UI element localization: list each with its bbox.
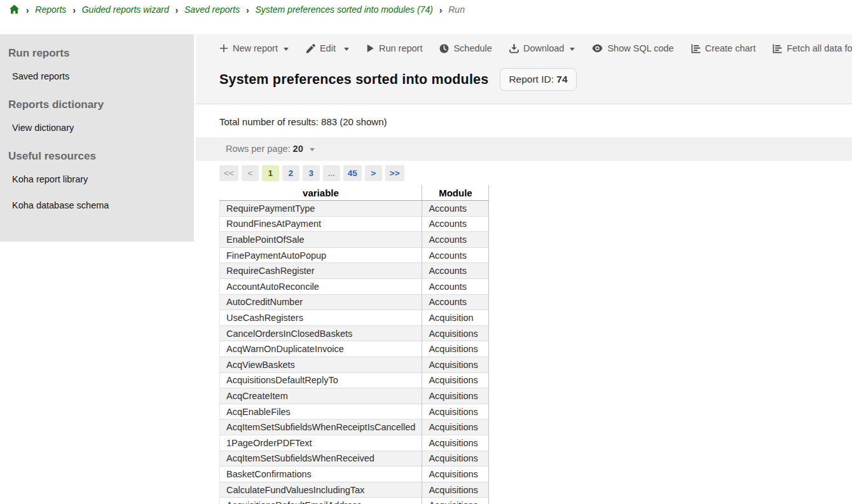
sidebar-item-koha-database-schema[interactable]: Koha database schema: [0, 193, 194, 219]
pagination-first-button: <<: [219, 165, 238, 181]
cell-variable: RequirePaymentType: [220, 201, 422, 217]
cell-variable: RequireCashRegister: [220, 263, 422, 279]
table-row: EnablePointOfSaleAccounts: [220, 232, 489, 248]
table-row: CancelOrdersInClosedBasketsAcquisitions: [220, 325, 489, 341]
table-row: RequireCashRegisterAccounts: [220, 263, 489, 279]
table-row: AccountAutoReconcileAccounts: [220, 279, 489, 295]
breadcrumb-separator: ›: [439, 4, 442, 15]
breadcrumb-link-guided-reports-wizard[interactable]: Guided reports wizard: [82, 4, 169, 15]
pencil-icon: [306, 44, 315, 53]
report-id-value: 74: [556, 74, 567, 85]
results-table: variable Module RequirePaymentTypeAccoun…: [219, 185, 489, 504]
table-row: UseCashRegistersAcquisition: [220, 310, 489, 326]
sidebar-heading-run-reports: Run reports: [0, 43, 194, 64]
play-icon: [366, 44, 374, 53]
table-row: 1PageOrderPDFTextAcquisitions: [220, 435, 489, 451]
cell-variable: BasketConfirmations: [220, 467, 422, 482]
table-row: FinePaymentAutoPopupAccounts: [220, 247, 489, 263]
edit-button[interactable]: Edit: [306, 43, 349, 53]
breadcrumb-current-page: Run: [448, 4, 465, 15]
results-summary: Total number of results: 883 (20 shown): [196, 104, 852, 137]
table-row: AcquisitionsDefaultEmailAddressAcquisiti…: [220, 498, 489, 504]
rows-per-page-value[interactable]: 20: [293, 144, 303, 154]
download-button[interactable]: Download: [509, 43, 575, 53]
pagination-prev-button: <: [242, 165, 259, 181]
chevron-down-icon[interactable]: [310, 148, 315, 151]
create-chart-button[interactable]: Create chart: [691, 43, 756, 53]
column-header-variable[interactable]: variable: [220, 185, 422, 201]
cell-module: Accounts: [422, 232, 489, 248]
page-title: System preferences sorted into modules: [219, 72, 488, 88]
table-header-row: variable Module: [220, 185, 489, 201]
cell-variable: CalculateFundValuesIncludingTax: [220, 482, 422, 498]
table-row: AutoCreditNumberAccounts: [220, 294, 489, 310]
cell-module: Accounts: [422, 263, 489, 279]
breadcrumb: › Reports › Guided reports wizard › Save…: [0, 0, 852, 19]
cell-module: Acquisitions: [422, 341, 489, 357]
cell-variable: AcqItemSetSubfieldsWhenReceiptIsCancelle…: [220, 419, 422, 435]
report-header-block: New report Edit Run report: [196, 34, 852, 104]
cell-module: Acquisitions: [422, 435, 489, 451]
chevron-down-icon: [344, 48, 349, 51]
bar-chart-icon: [773, 44, 782, 53]
breadcrumb-separator: ›: [26, 4, 29, 15]
table-row: AcquisitionsDefaultReplyToAcquisitions: [220, 372, 489, 388]
table-row: AcqItemSetSubfieldsWhenReceiptIsCancelle…: [220, 419, 489, 435]
sidebar-heading-reports-dictionary: Reports dictionary: [0, 95, 194, 115]
cell-module: Accounts: [422, 201, 489, 217]
report-toolbar: New report Edit Run report: [219, 43, 839, 53]
clock-icon: [439, 44, 449, 53]
run-report-button[interactable]: Run report: [366, 43, 423, 53]
pagination-last-button[interactable]: >>: [385, 165, 404, 181]
cell-module: Acquisitions: [422, 482, 489, 498]
table-row: AcqViewBasketsAcquisitions: [220, 357, 489, 373]
cell-variable: AcqViewBaskets: [220, 357, 422, 373]
cell-variable: AcqWarnOnDuplicateInvoice: [220, 341, 422, 357]
cell-module: Acquisitions: [422, 372, 489, 388]
cell-variable: EnablePointOfSale: [220, 232, 422, 248]
pagination-next-button[interactable]: >: [365, 165, 382, 181]
cell-variable: UseCashRegisters: [220, 310, 422, 326]
cell-variable: AcqEnableFiles: [220, 404, 422, 419]
cell-variable: AcquisitionsDefaultReplyTo: [220, 372, 422, 388]
eye-icon: [592, 44, 603, 53]
cell-variable: AutoCreditNumber: [220, 294, 422, 310]
pagination-page-1[interactable]: 1: [262, 165, 279, 181]
sidebar-item-view-dictionary[interactable]: View dictionary: [0, 115, 194, 141]
breadcrumb-separator: ›: [246, 4, 249, 15]
cell-variable: AcqCreateItem: [220, 388, 422, 404]
pagination: << < 1 2 3 ... 45 > >>: [219, 165, 852, 181]
home-link[interactable]: [9, 4, 20, 15]
fetch-all-data-for-chart-button[interactable]: Fetch all data for chart: [773, 43, 852, 53]
home-icon: [9, 4, 20, 15]
cell-module: Accounts: [422, 279, 489, 295]
bar-chart-icon: [691, 44, 701, 53]
cell-variable: 1PageOrderPDFText: [220, 435, 422, 451]
cell-module: Acquisitions: [422, 357, 489, 373]
rows-per-page-bar: Rows per page: 20: [196, 137, 852, 161]
breadcrumb-link-report-name[interactable]: System preferences sorted into modules (…: [256, 4, 433, 15]
sidebar-item-koha-report-library[interactable]: Koha report library: [0, 167, 194, 193]
cell-module: Acquisitions: [422, 419, 489, 435]
cell-variable: CancelOrdersInClosedBaskets: [220, 325, 422, 341]
pagination-page-2[interactable]: 2: [282, 165, 299, 181]
cell-module: Acquisitions: [422, 451, 489, 467]
plus-icon: [219, 44, 228, 53]
table-row: CalculateFundValuesIncludingTaxAcquisiti…: [220, 482, 489, 498]
new-report-button[interactable]: New report: [219, 43, 289, 53]
cell-module: Acquisitions: [422, 467, 489, 482]
cell-module: Accounts: [422, 294, 489, 310]
breadcrumb-link-saved-reports[interactable]: Saved reports: [184, 4, 240, 15]
show-sql-code-button[interactable]: Show SQL code: [592, 43, 673, 53]
cell-module: Acquisitions: [422, 388, 489, 404]
breadcrumb-link-reports[interactable]: Reports: [35, 4, 66, 15]
table-row: RequirePaymentTypeAccounts: [220, 201, 489, 217]
report-id-badge: Report ID: 74: [500, 68, 576, 91]
table-row: AcqItemSetSubfieldsWhenReceivedAcquisiti…: [220, 451, 489, 467]
sidebar-item-saved-reports[interactable]: Saved reports: [0, 64, 194, 90]
pagination-page-3[interactable]: 3: [303, 165, 320, 181]
pagination-page-45[interactable]: 45: [343, 165, 362, 181]
schedule-button[interactable]: Schedule: [439, 43, 491, 53]
breadcrumb-separator: ›: [72, 4, 75, 15]
column-header-module[interactable]: Module: [422, 185, 489, 201]
